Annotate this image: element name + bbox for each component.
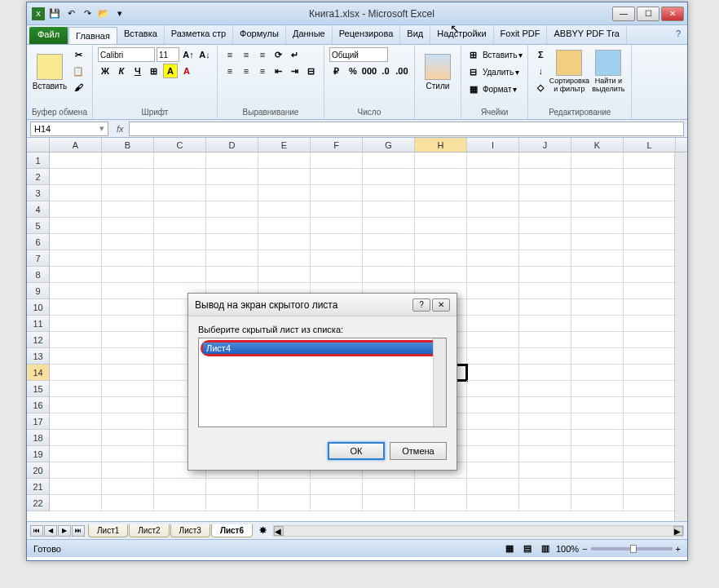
sort-filter-button[interactable]: Сортировка и фильтр xyxy=(551,47,587,96)
cell[interactable] xyxy=(102,430,154,446)
name-box[interactable]: H14▾ xyxy=(30,122,108,136)
find-select-button[interactable]: Найти и выделить xyxy=(590,47,626,96)
sheet-first-icon[interactable]: ⏮ xyxy=(30,525,43,537)
cell[interactable] xyxy=(415,234,467,250)
cell[interactable] xyxy=(154,250,206,267)
cell[interactable] xyxy=(102,250,154,267)
cell[interactable] xyxy=(519,430,571,446)
orientation-icon[interactable]: ⟳ xyxy=(271,47,286,62)
cell[interactable] xyxy=(624,250,676,267)
cell[interactable] xyxy=(50,348,102,365)
row-header[interactable]: 19 xyxy=(27,446,50,462)
number-format-combo[interactable] xyxy=(329,47,388,62)
row-header[interactable]: 11 xyxy=(27,316,50,332)
cell[interactable] xyxy=(258,479,311,495)
col-header-K[interactable]: K xyxy=(571,138,624,152)
cell[interactable] xyxy=(206,218,258,234)
insert-cells-icon[interactable]: ⊞ xyxy=(466,47,481,62)
cell[interactable] xyxy=(311,218,363,234)
cell[interactable] xyxy=(363,267,415,283)
cell[interactable] xyxy=(258,169,311,185)
cell[interactable] xyxy=(50,413,102,430)
zoom-slider[interactable] xyxy=(591,547,673,550)
cell[interactable] xyxy=(467,446,519,462)
underline-button[interactable]: Ч xyxy=(130,64,145,78)
tab-review[interactable]: Рецензирова xyxy=(333,25,401,44)
cell[interactable] xyxy=(415,201,467,218)
dialog-close-icon[interactable]: ✕ xyxy=(432,298,450,312)
dialog-help-icon[interactable]: ? xyxy=(412,298,430,312)
tab-formulas[interactable]: Формулы xyxy=(233,25,286,44)
cell[interactable] xyxy=(311,185,363,201)
row-header[interactable]: 4 xyxy=(27,201,50,218)
cell[interactable] xyxy=(571,316,624,332)
cell[interactable] xyxy=(206,495,258,511)
cell[interactable] xyxy=(519,250,571,267)
cell[interactable] xyxy=(624,316,676,332)
cell[interactable] xyxy=(467,153,519,169)
align-bot-icon[interactable]: ≡ xyxy=(255,47,270,62)
cell[interactable] xyxy=(415,479,467,495)
cell[interactable] xyxy=(102,413,154,430)
cell[interactable] xyxy=(467,381,519,397)
cell[interactable] xyxy=(519,283,571,299)
cell[interactable] xyxy=(206,169,258,185)
formula-input[interactable] xyxy=(129,122,684,136)
zoom-in-icon[interactable]: + xyxy=(676,544,681,554)
cell[interactable] xyxy=(206,267,258,283)
cell[interactable] xyxy=(519,397,571,413)
cell[interactable] xyxy=(206,479,258,495)
cell[interactable] xyxy=(363,495,415,511)
cell[interactable] xyxy=(519,365,571,381)
cell[interactable] xyxy=(571,495,624,511)
minimize-button[interactable]: — xyxy=(612,7,635,21)
cell[interactable] xyxy=(258,250,311,267)
cell[interactable] xyxy=(50,446,102,462)
cell[interactable] xyxy=(519,185,571,201)
cell[interactable] xyxy=(571,479,624,495)
cell[interactable] xyxy=(50,397,102,413)
col-header-C[interactable]: C xyxy=(154,138,206,152)
cell[interactable] xyxy=(519,267,571,283)
cell[interactable] xyxy=(571,462,624,479)
cell[interactable] xyxy=(571,250,624,267)
cell[interactable] xyxy=(50,234,102,250)
cell[interactable] xyxy=(102,283,154,299)
view-layout-icon[interactable]: ▤ xyxy=(520,542,535,556)
cell[interactable] xyxy=(363,479,415,495)
cell[interactable] xyxy=(363,185,415,201)
cell[interactable] xyxy=(624,267,676,283)
cell[interactable] xyxy=(50,185,102,201)
tab-file[interactable]: Файл xyxy=(29,27,68,44)
cell[interactable] xyxy=(624,462,676,479)
cell[interactable] xyxy=(624,185,676,201)
cell[interactable] xyxy=(571,267,624,283)
cell[interactable] xyxy=(519,316,571,332)
cell[interactable] xyxy=(154,234,206,250)
cell[interactable] xyxy=(311,234,363,250)
col-header-F[interactable]: F xyxy=(311,138,363,152)
row-header[interactable]: 14 xyxy=(27,365,50,381)
row-header[interactable]: 22 xyxy=(27,495,50,511)
vertical-scrollbar[interactable] xyxy=(674,153,687,521)
cell[interactable] xyxy=(50,332,102,348)
cell[interactable] xyxy=(102,332,154,348)
cell[interactable] xyxy=(102,218,154,234)
cell[interactable] xyxy=(50,169,102,185)
cell[interactable] xyxy=(258,234,311,250)
cell[interactable] xyxy=(258,495,311,511)
align-left-icon[interactable]: ≡ xyxy=(223,64,237,78)
cell[interactable] xyxy=(50,479,102,495)
undo-icon[interactable]: ↶ xyxy=(64,7,77,20)
shrink-font-icon[interactable]: A↓ xyxy=(197,47,212,62)
insert-label[interactable]: Вставить xyxy=(483,51,517,60)
cell[interactable] xyxy=(50,299,102,316)
col-header-L[interactable]: L xyxy=(624,138,676,152)
row-header[interactable]: 20 xyxy=(27,462,50,479)
grow-font-icon[interactable]: A↑ xyxy=(181,47,196,62)
row-header[interactable]: 21 xyxy=(27,479,50,495)
align-mid-icon[interactable]: ≡ xyxy=(239,47,254,62)
cell[interactable] xyxy=(102,153,154,169)
cell[interactable] xyxy=(102,316,154,332)
cell[interactable] xyxy=(519,332,571,348)
